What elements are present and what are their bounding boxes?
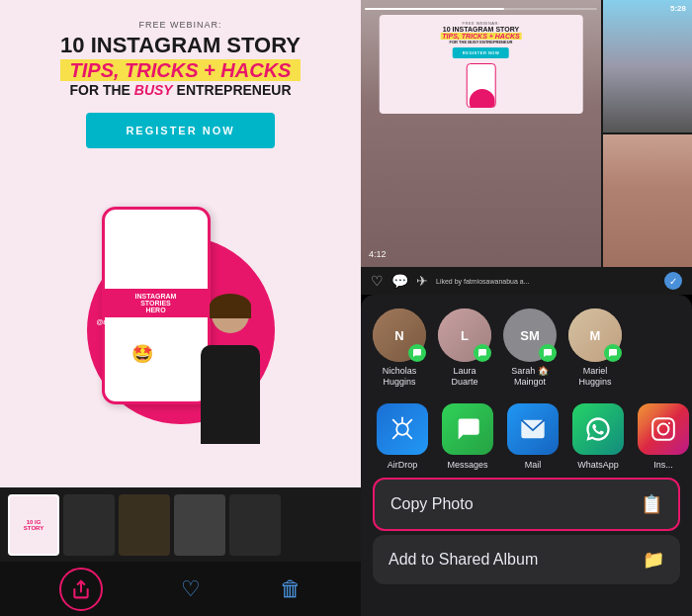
webinar-label: FREE WEBINAR: xyxy=(138,20,221,30)
woman-figure xyxy=(186,286,275,444)
svg-point-4 xyxy=(658,423,669,434)
story-side-photos: 5:28 xyxy=(603,0,692,267)
status-time: 5:28 xyxy=(670,4,686,13)
main-title: 10 INSTAGRAM STORY TIPS, TRICKS + HACKS … xyxy=(60,34,301,99)
contact-name-nicholas: NicholasHuggins xyxy=(383,366,417,388)
instagram-label: Ins... xyxy=(653,460,673,470)
emoji-overlay: 🤩 xyxy=(131,343,153,365)
messages-icon xyxy=(454,415,481,443)
story-register-button: REGISTER NOW xyxy=(453,47,509,58)
mail-icon-bg xyxy=(507,403,559,455)
contact-avatar-wrapper-laura: L xyxy=(438,308,491,362)
heart-action-icon[interactable]: ♡ xyxy=(371,273,384,289)
contact-avatar-wrapper-nicholas: N xyxy=(373,308,426,362)
liked-text: Liked by fatmiosawanabua a... xyxy=(436,278,656,285)
register-button[interactable]: REGISTER NOW xyxy=(86,113,274,148)
svg-point-5 xyxy=(668,422,670,424)
copy-photo-label: Copy Photo xyxy=(390,495,474,513)
right-panel: FREE WEBINAR: 10 INSTAGRAM STORY TIPS, T… xyxy=(361,0,692,616)
action-list: Copy Photo 📋 Add to Shared Album 📁 xyxy=(361,478,692,616)
airdrop-icon xyxy=(389,415,416,443)
title-line3: FOR THE busy ENTREPRENEUR xyxy=(60,83,301,98)
comment-action-icon[interactable]: 💬 xyxy=(391,273,408,289)
heart-icon[interactable]: ♡ xyxy=(181,576,201,602)
messages-label: Messages xyxy=(447,460,487,470)
left-content: FREE WEBINAR: 10 INSTAGRAM STORY TIPS, T… xyxy=(0,0,361,487)
copy-photo-row[interactable]: Copy Photo 📋 xyxy=(373,478,680,531)
messages-badge-nicholas xyxy=(408,344,426,362)
story-time: 4:12 xyxy=(369,249,387,259)
contact-name-laura: LauraDuarte xyxy=(451,366,477,388)
title-line2: TIPS, TRICKS + HACKS xyxy=(60,59,301,81)
thumbnail-4[interactable] xyxy=(174,494,225,556)
story-card-overlay: FREE WEBINAR: 10 INSTAGRAM STORY TIPS, T… xyxy=(379,15,583,114)
face-photo xyxy=(603,134,692,267)
airdrop-icon-bg xyxy=(377,403,428,455)
app-mail[interactable]: Mail xyxy=(503,403,562,470)
share-sheet: N NicholasHuggins L L xyxy=(361,295,692,616)
airdrop-label: AirDrop xyxy=(388,460,418,470)
story-action-row: ♡ 💬 ✈ Liked by fatmiosawanabua a... ✓ xyxy=(361,267,692,295)
messages-badge-sarah xyxy=(539,344,557,362)
whatsapp-icon-bg xyxy=(572,403,624,455)
left-panel: FREE WEBINAR: 10 INSTAGRAM STORY TIPS, T… xyxy=(0,0,361,616)
story-title-1: 10 INSTAGRAM STORY xyxy=(443,26,519,33)
app-messages[interactable]: Messages xyxy=(438,403,497,470)
phone-inner-sub xyxy=(154,317,158,321)
contact-avatar-wrapper-mariel: M xyxy=(568,308,622,362)
contacts-row: N NicholasHuggins L L xyxy=(361,295,692,396)
share-button[interactable] xyxy=(59,568,103,611)
thumbnail-3[interactable] xyxy=(119,494,170,556)
story-progress-bar xyxy=(365,8,597,10)
story-pink-circle-mini xyxy=(469,89,494,108)
messages-icon-bg xyxy=(442,403,493,455)
thumbnail-2[interactable] xyxy=(63,494,115,556)
story-phone-mini xyxy=(466,63,495,108)
apps-row: AirDrop Messages Mail xyxy=(361,396,692,478)
instagram-icon xyxy=(650,416,676,442)
contact-name-sarah: Sarah 🏠Maingot xyxy=(511,366,549,388)
phone-graphic: INSTAGRAMSTORIESHERO 🤩 @alexbeadon xyxy=(72,167,290,444)
mail-icon xyxy=(519,415,547,443)
contact-mariel[interactable]: M MarielHuggins xyxy=(568,308,622,388)
thumbnail-5[interactable] xyxy=(229,494,281,556)
story-main: FREE WEBINAR: 10 INSTAGRAM STORY TIPS, T… xyxy=(361,0,601,267)
contact-sarah[interactable]: SM Sarah 🏠Maingot xyxy=(503,308,557,388)
whatsapp-icon xyxy=(584,415,612,443)
add-shared-album-row[interactable]: Add to Shared Album 📁 xyxy=(373,535,680,584)
add-shared-album-label: Add to Shared Album xyxy=(389,551,538,569)
thumbnail-selected[interactable]: 10 IGSTORY xyxy=(8,494,59,556)
svg-rect-3 xyxy=(652,418,674,440)
send-action-icon[interactable]: ✈ xyxy=(416,273,428,289)
whatsapp-label: WhatsApp xyxy=(577,460,619,470)
messages-badge-laura xyxy=(474,344,491,362)
contact-name-mariel: MarielHuggins xyxy=(578,366,611,388)
thumbnail-bar: 10 IGSTORY xyxy=(0,487,361,562)
contact-nicholas[interactable]: N NicholasHuggins xyxy=(373,308,426,388)
messages-badge-mariel xyxy=(604,344,622,362)
bottom-action-bar: ♡ 🗑 xyxy=(0,562,361,616)
story-progress-fill xyxy=(365,8,504,10)
trash-icon[interactable]: 🗑 xyxy=(280,576,302,602)
share-icon xyxy=(71,579,91,599)
contact-laura[interactable]: L LauraDuarte xyxy=(438,308,491,388)
mail-label: Mail xyxy=(525,460,542,470)
bridge-photo xyxy=(603,0,692,132)
add-shared-album-icon: 📁 xyxy=(643,549,664,571)
contact-avatar-wrapper-sarah: SM xyxy=(503,308,557,362)
app-whatsapp[interactable]: WhatsApp xyxy=(568,403,628,470)
story-title-2: TIPS, TRICKS + HACKS xyxy=(440,33,521,40)
app-instagram[interactable]: Ins... xyxy=(634,403,692,470)
app-airdrop[interactable]: AirDrop xyxy=(373,403,432,470)
story-title-3: FOR THE busy ENTREPRENEUR xyxy=(450,40,513,44)
instagram-icon-bg xyxy=(638,403,689,455)
check-badge: ✓ xyxy=(664,272,682,290)
handle-text: @alexbeadon xyxy=(97,318,141,325)
story-preview: FREE WEBINAR: 10 INSTAGRAM STORY TIPS, T… xyxy=(361,0,692,267)
title-line1: 10 INSTAGRAM STORY xyxy=(60,34,301,57)
copy-photo-icon: 📋 xyxy=(641,493,662,515)
